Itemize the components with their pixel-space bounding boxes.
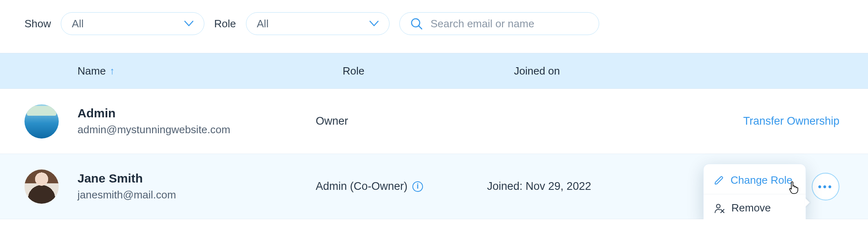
- user-name: Jane Smith: [78, 172, 316, 185]
- show-dropdown-value: All: [72, 18, 84, 30]
- remove-menu-item[interactable]: Remove: [704, 194, 806, 219]
- user-role: Admin (Co-Owner) i: [316, 180, 487, 193]
- user-identity: Jane Smith janesmith@mail.com: [78, 172, 316, 201]
- row-actions: Transfer Ownership: [743, 115, 839, 128]
- more-actions-button[interactable]: •••: [812, 173, 839, 200]
- column-header-role-label: Role: [343, 65, 364, 77]
- column-header-name-label: Name: [78, 65, 106, 77]
- user-name: Admin: [78, 106, 316, 120]
- role-label: Role: [214, 18, 236, 30]
- chevron-down-icon: [184, 21, 193, 26]
- search-icon: [410, 18, 423, 30]
- show-dropdown[interactable]: All: [61, 12, 204, 35]
- pencil-icon: [714, 176, 724, 185]
- user-email: janesmith@mail.com: [78, 189, 316, 201]
- user-row: Admin admin@mystunningwebsite.com Owner …: [0, 89, 868, 154]
- table-header-row: Name ↑ Role Joined on: [0, 53, 868, 89]
- role-dropdown[interactable]: All: [246, 12, 390, 35]
- remove-label: Remove: [731, 202, 771, 214]
- user-identity: Admin admin@mystunningwebsite.com: [78, 106, 316, 136]
- user-email: admin@mystunningwebsite.com: [78, 123, 316, 136]
- column-header-name[interactable]: Name ↑: [78, 65, 343, 77]
- show-label: Show: [24, 18, 51, 30]
- user-role: Owner: [316, 115, 487, 128]
- change-role-label: Change Role: [731, 174, 793, 187]
- filter-bar: Show All Role All: [0, 0, 868, 53]
- user-row: Jane Smith janesmith@mail.com Admin (Co-…: [0, 154, 868, 219]
- ellipsis-icon: •••: [818, 181, 833, 192]
- column-header-joined-label: Joined on: [514, 65, 560, 77]
- chevron-down-icon: [370, 21, 379, 26]
- user-role-text: Owner: [316, 115, 348, 128]
- svg-point-0: [412, 19, 420, 27]
- user-role-text: Admin (Co-Owner): [316, 180, 407, 193]
- avatar: [24, 104, 59, 139]
- info-icon[interactable]: i: [412, 181, 423, 192]
- svg-point-2: [717, 204, 720, 208]
- row-actions-menu: Change Role Remove: [703, 164, 806, 219]
- row-actions: •••: [812, 173, 839, 200]
- sort-ascending-icon: ↑: [110, 65, 115, 77]
- transfer-ownership-link[interactable]: Transfer Ownership: [743, 115, 839, 128]
- column-header-role[interactable]: Role: [343, 65, 514, 77]
- search-input[interactable]: [430, 17, 588, 31]
- avatar: [24, 169, 59, 204]
- role-dropdown-value: All: [257, 18, 269, 30]
- svg-line-1: [419, 26, 422, 29]
- remove-user-icon: [714, 203, 725, 213]
- pointer-cursor-icon: [788, 180, 801, 194]
- search-field-wrapper[interactable]: [399, 12, 599, 35]
- column-header-joined[interactable]: Joined on: [514, 65, 868, 77]
